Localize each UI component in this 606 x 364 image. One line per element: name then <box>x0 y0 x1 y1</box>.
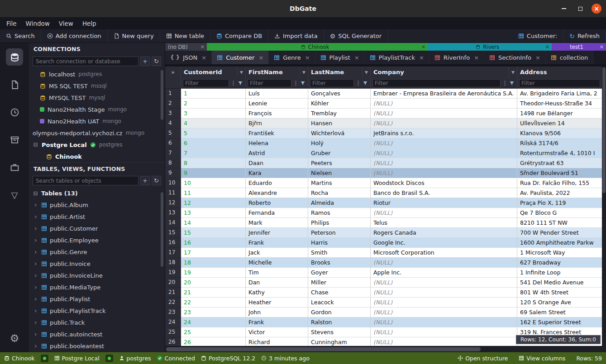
table-row[interactable]: 1 1 Luís Gonçalves Embraer - Empresa Bra… <box>165 89 602 99</box>
cell-lastname[interactable]: Martins <box>308 178 371 188</box>
cell-company[interactable]: (NULL) <box>371 109 517 118</box>
close-button[interactable]: × <box>592 4 601 14</box>
connection-item-nano2health-uat[interactable]: Nano2Health UAT mongo <box>29 115 165 127</box>
sidebar-table-item[interactable]: › public.Customer <box>29 222 165 234</box>
sidebar-table-item[interactable]: › public.Playlist <box>29 293 165 305</box>
row-number[interactable]: 22 <box>165 298 181 307</box>
table-row[interactable]: 3 3 François Tremblay (NULL) 1498 rue Bé… <box>165 109 602 118</box>
dots-menu-icon[interactable]: ⋮ <box>230 80 236 86</box>
table-row[interactable]: 10 10 Eduardo Martins Woodstock Discos R… <box>165 178 602 188</box>
tables-search-input[interactable] <box>33 176 138 185</box>
refresh-tables-button[interactable]: ↻ <box>152 176 161 185</box>
statusbar-version[interactable]: PostgreSQL 12.2 <box>201 355 255 362</box>
cell-lastname[interactable]: Holý <box>308 138 371 148</box>
connections-header[interactable]: CONNECTIONS <box>29 43 165 55</box>
chevron-right-icon[interactable]: › <box>34 225 38 232</box>
connection-item-olympus[interactable]: olympus-medportal.vychozi.cz mongo <box>29 127 165 139</box>
sidebar-table-item[interactable]: › public.Track <box>29 317 165 328</box>
filter-funnel-icon[interactable] <box>363 80 368 86</box>
cell-firstname[interactable]: Eduardo <box>246 178 308 188</box>
close-icon[interactable]: × <box>600 44 604 50</box>
cell-customerid[interactable]: 20 <box>181 278 246 288</box>
cell-firstname[interactable]: Tim <box>246 268 308 278</box>
chevron-right-icon[interactable]: › <box>34 284 38 291</box>
column-header-address[interactable]: Address <box>517 66 602 78</box>
connection-item-mysql[interactable]: MYSQL TEST mysql <box>29 92 165 104</box>
cell-lastname[interactable]: Rocha <box>308 188 371 198</box>
cell-address[interactable]: 1498 rue Bélanger <box>517 109 602 118</box>
cell-customerid[interactable]: 13 <box>181 208 246 218</box>
cell-company[interactable]: Riotur <box>371 198 517 208</box>
cell-customerid[interactable]: 24 <box>181 317 246 327</box>
cell-firstname[interactable]: John <box>246 307 308 317</box>
cell-customerid[interactable]: 9 <box>181 168 246 178</box>
cell-address[interactable]: Sřnder Boulevard 51 <box>517 168 602 178</box>
cell-company[interactable]: (NULL) <box>371 337 517 346</box>
cell-company[interactable]: (NULL) <box>371 99 517 109</box>
cell-customerid[interactable]: 11 <box>181 188 246 198</box>
chevron-right-icon[interactable]: › <box>34 236 38 244</box>
tab-sectioninfo[interactable]: SectionInfo × <box>484 51 546 64</box>
cell-address[interactable]: Rotenturmstraße 4, 1010 I <box>517 148 602 158</box>
table-row[interactable]: 14 14 Mark Philips Telus 8210 111 ST NW <box>165 218 602 228</box>
row-number[interactable]: 18 <box>165 258 181 268</box>
cell-firstname[interactable]: Roberto <box>246 198 308 208</box>
cell-customerid[interactable]: 21 <box>181 288 246 298</box>
table-row[interactable]: 16 16 Frank Harris Google Inc. 1600 Amph… <box>165 238 602 248</box>
database-item-chinook[interactable]: Chinook <box>29 151 165 162</box>
statusbar-user[interactable]: postgres <box>119 355 151 362</box>
row-number[interactable]: 10 <box>165 178 181 188</box>
dots-menu-icon[interactable]: ⋮ <box>502 80 508 86</box>
statusbar-database[interactable]: Chinook <box>4 355 35 362</box>
filter-funnel-icon[interactable] <box>238 80 243 86</box>
chevron-right-icon[interactable]: › <box>34 295 38 303</box>
nav-file-icon[interactable] <box>6 76 23 93</box>
cell-lastname[interactable]: Peeters <box>308 158 371 168</box>
row-number[interactable]: 7 <box>165 148 181 158</box>
cell-address[interactable]: 1 Microsoft Way <box>517 248 602 258</box>
chevron-right-icon[interactable]: › <box>34 248 38 255</box>
sidebar-table-item[interactable]: › public.InvoiceLine <box>29 269 165 281</box>
tab-customer[interactable]: Customer × <box>212 51 269 64</box>
cell-company[interactable]: (NULL) <box>371 148 517 158</box>
menu-view[interactable]: View <box>54 20 78 27</box>
cell-customerid[interactable]: 25 <box>181 327 246 337</box>
close-icon[interactable]: × <box>305 54 310 61</box>
connection-item-localhost[interactable]: localhost postgres <box>29 68 165 80</box>
filter-funnel-icon[interactable] <box>509 80 515 86</box>
import-data-button[interactable]: Import data <box>268 29 324 43</box>
cell-company[interactable]: Microsoft Corporation <box>371 248 517 258</box>
cell-lastname[interactable]: Tremblay <box>308 109 371 118</box>
cell-customerid[interactable]: 14 <box>181 218 246 228</box>
cell-firstname[interactable]: Helena <box>246 138 308 148</box>
cell-lastname[interactable]: Miller <box>308 278 371 288</box>
dots-menu-icon[interactable]: ⋮ <box>355 80 361 86</box>
dots-menu-icon[interactable]: ⋮ <box>293 80 299 86</box>
chevron-right-icon[interactable]: › <box>34 201 38 208</box>
cell-company[interactable]: Banco do Brasil S.A. <box>371 188 517 198</box>
cell-lastname[interactable]: Goyer <box>308 268 371 278</box>
row-number[interactable]: 19 <box>165 268 181 278</box>
cell-company[interactable]: (NULL) <box>371 317 517 327</box>
expand-all-button[interactable]: » <box>165 66 181 78</box>
sql-generator-button[interactable]: ⚙ SQL Generator <box>324 29 388 43</box>
table-row[interactable]: 21 21 Kathy Chase (NULL) 801 W 4th Stree… <box>165 288 602 298</box>
cell-firstname[interactable]: Frank <box>246 238 308 248</box>
filter-input-company[interactable] <box>372 79 501 87</box>
cell-customerid[interactable]: 12 <box>181 198 246 208</box>
row-number[interactable]: 20 <box>165 278 181 288</box>
add-connection-icon-button[interactable]: + <box>140 57 150 66</box>
table-row[interactable]: 7 7 Astrid Gruber (NULL) Rotenturmstraße… <box>165 148 602 158</box>
sidebar-table-item[interactable]: › public.MediaType <box>29 281 165 293</box>
cell-company[interactable]: (NULL) <box>371 168 517 178</box>
horizontal-scrollbar-thumb[interactable] <box>166 347 481 351</box>
cell-firstname[interactable]: Leonie <box>246 99 308 109</box>
cell-customerid[interactable]: 4 <box>181 118 246 128</box>
close-icon[interactable]: × <box>201 54 206 61</box>
cell-lastname[interactable]: Gordon <box>308 307 371 317</box>
sidebar-table-item[interactable]: › public.Artist <box>29 211 165 222</box>
cell-lastname[interactable]: Chase <box>308 288 371 298</box>
menu-help[interactable]: Help <box>78 20 101 27</box>
table-row[interactable]: 20 20 Dan Miller (NULL) 541 Del Medio Av… <box>165 278 602 288</box>
tables-header[interactable]: TABLES, VIEWS, FUNCTIONS <box>29 162 165 175</box>
